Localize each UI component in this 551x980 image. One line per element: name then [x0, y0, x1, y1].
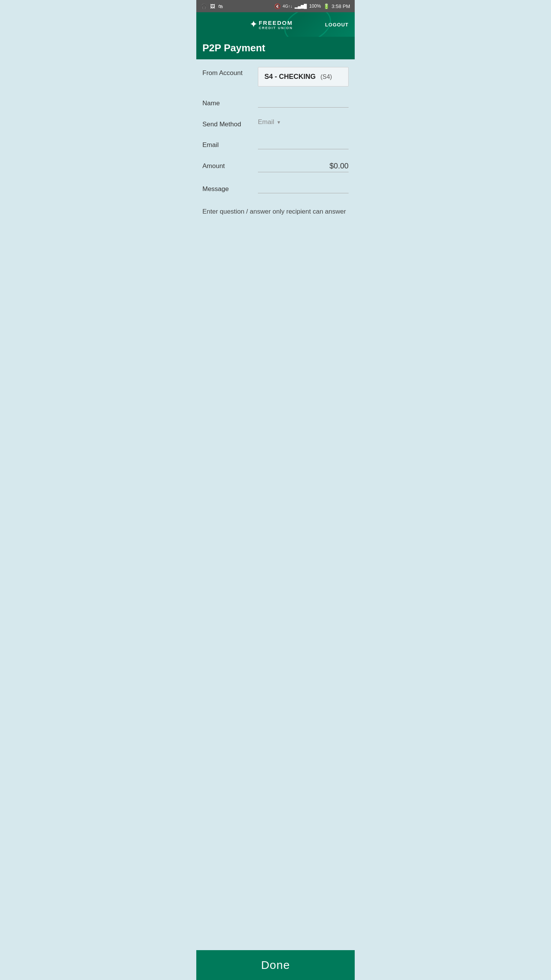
logo-area: ✦ FREEDOM CREDIT UNION: [250, 20, 293, 30]
signal-icon: ▂▄▆█: [295, 4, 307, 9]
name-input[interactable]: [258, 97, 349, 108]
email-input[interactable]: [258, 139, 349, 149]
mute-icon: 🔇: [274, 3, 280, 9]
done-bar[interactable]: Done: [196, 950, 355, 980]
info-row: Enter question / answer only recipient c…: [202, 204, 349, 216]
amount-label: Amount: [202, 160, 258, 170]
status-icons-right: 🔇 4G↑↓ ▂▄▆█ 100% 🔋 3:58 PM: [274, 3, 350, 9]
from-account-control[interactable]: S4 - CHECKING (S4): [258, 67, 349, 87]
account-id: (S4): [320, 74, 332, 80]
status-bar: 🎧 🖼 🛍 🔇 4G↑↓ ▂▄▆█ 100% 🔋 3:58 PM: [196, 0, 355, 12]
image-icon: 🖼: [210, 3, 215, 9]
amount-control: $0.00: [258, 160, 349, 172]
send-method-label: Send Method: [202, 118, 258, 128]
account-box[interactable]: S4 - CHECKING (S4): [258, 67, 349, 87]
battery-label: 100%: [309, 3, 321, 9]
form-area: From Account S4 - CHECKING (S4) Name Sen…: [196, 59, 355, 950]
logo-star-icon: ✦: [250, 20, 257, 29]
logo-line1: FREEDOM: [259, 20, 293, 26]
name-control: [258, 97, 349, 108]
logout-button[interactable]: LOGOUT: [325, 22, 349, 28]
email-row: Email: [202, 139, 349, 149]
logo-text: ✦ FREEDOM CREDIT UNION: [250, 20, 293, 30]
time-label: 3:58 PM: [332, 3, 350, 9]
battery-icon: 🔋: [323, 3, 329, 9]
email-control: [258, 139, 349, 149]
from-account-label: From Account: [202, 67, 258, 77]
send-method-row: Send Method Email ▾ Email SMS Phone: [202, 118, 349, 128]
account-name: S4 - CHECKING: [264, 73, 316, 80]
info-text: Enter question / answer only recipient c…: [202, 207, 346, 216]
done-button[interactable]: Done: [261, 959, 290, 972]
bag-icon: 🛍: [218, 3, 223, 9]
logo-line2: CREDIT UNION: [259, 26, 293, 30]
send-method-dropdown[interactable]: Email ▾ Email SMS Phone: [258, 118, 349, 126]
send-method-control: Email ▾ Email SMS Phone: [258, 118, 349, 126]
message-row: Message: [202, 183, 349, 193]
from-account-row: From Account S4 - CHECKING (S4): [202, 67, 349, 87]
message-label: Message: [202, 183, 258, 193]
app-header: ✦ FREEDOM CREDIT UNION LOGOUT: [196, 12, 355, 37]
network-icon: 4G↑↓: [283, 4, 293, 8]
page-title: P2P Payment: [202, 42, 349, 54]
headphones-icon: 🎧: [201, 3, 207, 9]
amount-input-wrapper: $0.00: [258, 160, 349, 172]
name-label: Name: [202, 97, 258, 107]
name-row: Name: [202, 97, 349, 108]
amount-value[interactable]: $0.00: [329, 160, 349, 172]
message-control: [258, 183, 349, 193]
amount-row: Amount $0.00: [202, 160, 349, 172]
page-title-bar: P2P Payment: [196, 37, 355, 59]
message-input[interactable]: [258, 183, 349, 193]
email-label: Email: [202, 139, 258, 149]
status-icons-left: 🎧 🖼 🛍: [201, 3, 223, 9]
